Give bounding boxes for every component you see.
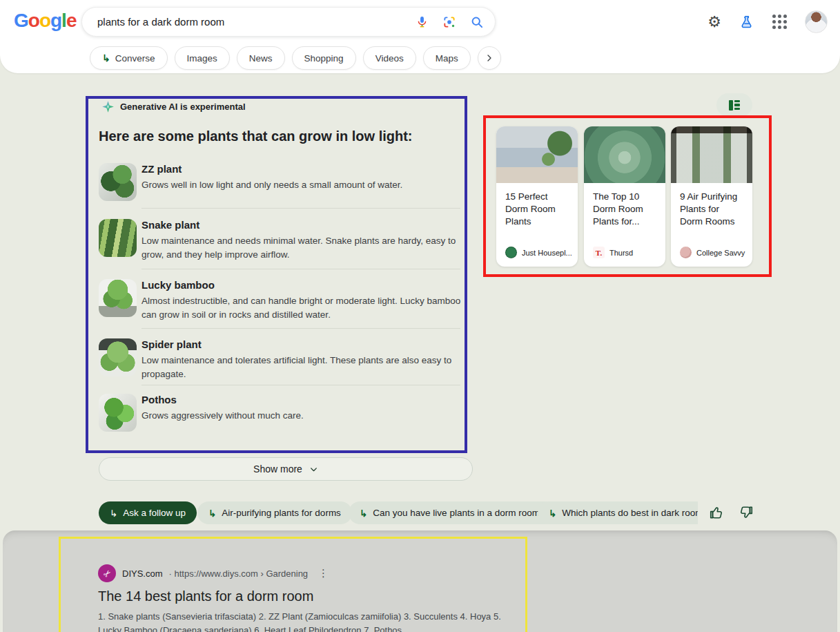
header-actions: ⚙	[707, 10, 828, 33]
plant-description: Grows well in low light and only needs a…	[141, 178, 465, 192]
list-item: ZZ plant Grows well in low light and onl…	[99, 163, 463, 192]
tab-converse[interactable]: ↳ Converse	[90, 46, 168, 70]
plant-name: Snake plant	[141, 219, 463, 231]
source-card[interactable]: The Top 10 Dorm Room Plants for... T. Th…	[584, 126, 665, 267]
google-apps-icon[interactable]	[772, 15, 787, 29]
plant-thumbnail-lucky-bamboo[interactable]	[99, 279, 137, 317]
suggested-followup-chip[interactable]: ↳ Which plants do best in dark rooms	[538, 501, 698, 524]
thumbs-down-button[interactable]	[739, 505, 754, 520]
search-icon[interactable]	[470, 15, 484, 29]
result-site-row[interactable]: ✂ DIYS.com · https://www.diys.com › Gard…	[98, 564, 526, 582]
scissors-icon: ✂	[101, 567, 113, 580]
card-image-dorm-room	[496, 126, 578, 183]
suggested-followup-chip[interactable]: ↳ Can you have live plants in a dorm roo…	[349, 501, 556, 524]
result-url: · https://www.diys.com › Gardening	[169, 568, 309, 579]
search-result: ✂ DIYS.com · https://www.diys.com › Gard…	[98, 564, 526, 632]
ai-experimental-label: Generative AI is experimental	[120, 102, 246, 112]
ask-follow-up-button[interactable]: ↳ Ask a follow up	[99, 501, 197, 524]
result-site-name: DIYS.com	[122, 568, 163, 579]
generative-ai-sparkle-icon	[101, 100, 115, 113]
card-source: Just Housepl...	[505, 247, 572, 258]
plant-description: Almost indestructible, and can handle br…	[141, 294, 465, 323]
diys-favicon: ✂	[98, 564, 116, 582]
plant-description: Low maintenance and tolerates artificial…	[141, 354, 465, 382]
source-name: Thursd	[609, 249, 633, 257]
tab-label: Maps	[436, 53, 458, 64]
search-bar[interactable]: plants for a dark dorm room	[81, 7, 496, 37]
source-favicon	[680, 247, 692, 258]
list-view-toggle-button[interactable]	[716, 93, 752, 117]
settings-gear-icon[interactable]: ⚙	[707, 15, 721, 30]
source-card[interactable]: 15 Perfect Dorm Room Plants Just Housepl…	[496, 126, 578, 267]
plant-thumbnail-snake-plant[interactable]	[99, 219, 137, 257]
logo-letter: e	[66, 10, 77, 31]
profile-avatar[interactable]	[805, 10, 828, 33]
followup-arrow-icon: ↳	[549, 508, 556, 519]
followup-arrow-icon: ↳	[208, 508, 216, 519]
card-image-succulent	[584, 126, 665, 183]
google-sge-results-page: Google plants for a dark dorm room	[0, 0, 840, 632]
list-item: Snake plant Low maintenance and needs mi…	[99, 219, 463, 262]
source-favicon	[505, 247, 517, 258]
card-title: The Top 10 Dorm Room Plants for...	[584, 183, 665, 227]
search-bar-icons	[416, 15, 484, 29]
tab-news[interactable]: News	[237, 46, 285, 70]
card-source: College Savvy	[680, 247, 745, 258]
more-options-icon[interactable]: ⋮	[318, 567, 329, 580]
logo-letter: o	[28, 10, 39, 31]
tab-label: Shopping	[304, 53, 344, 64]
list-item: Lucky bamboo Almost indestructible, and …	[99, 279, 463, 323]
search-input[interactable]: plants for a dark dorm room	[97, 16, 416, 28]
plant-thumbnail-zz-plant[interactable]	[99, 163, 137, 201]
tab-label: Converse	[115, 53, 155, 64]
source-name: Just Housepl...	[522, 249, 572, 257]
list-view-icon	[729, 100, 740, 111]
source-name: College Savvy	[696, 249, 745, 257]
suggested-followup-chip[interactable]: ↳ Air-purifying plants for dorms	[197, 501, 352, 524]
divider	[141, 385, 460, 385]
tab-videos[interactable]: Videos	[363, 46, 416, 70]
chip-label: Which plants do best in dark rooms	[562, 508, 698, 518]
plant-thumbnail-pothos[interactable]	[99, 394, 137, 432]
chevron-down-icon	[309, 465, 318, 474]
tab-shopping[interactable]: Shopping	[292, 46, 356, 70]
google-lens-icon[interactable]	[442, 15, 456, 29]
source-card[interactable]: 9 Air Purifying Plants for Dorm Rooms Co…	[671, 126, 752, 267]
more-tabs-button[interactable]	[478, 46, 501, 70]
search-tabs: ↳ Converse Images News Shopping Videos M…	[90, 46, 501, 70]
plant-description: Low maintenance and needs minimal water.…	[141, 234, 465, 262]
divider	[141, 269, 460, 269]
plant-name: Pothos	[141, 394, 463, 405]
show-more-label: Show more	[253, 463, 302, 475]
show-more-button[interactable]: Show more	[99, 457, 473, 481]
tab-label: Videos	[375, 53, 404, 64]
card-title: 9 Air Purifying Plants for Dorm Rooms	[671, 183, 752, 227]
logo-letter: l	[61, 10, 66, 31]
source-favicon: T.	[593, 247, 605, 258]
tab-images[interactable]: Images	[175, 46, 230, 70]
google-logo[interactable]: Google	[14, 10, 76, 32]
divider	[141, 208, 460, 209]
result-snippet: 1. Snake plants (Sansevieria trifasciata…	[98, 610, 504, 632]
plant-name: Lucky bamboo	[141, 279, 463, 291]
thumbs-up-button[interactable]	[709, 505, 724, 520]
followup-arrow-icon: ↳	[110, 508, 117, 519]
card-title: 15 Perfect Dorm Room Plants	[496, 183, 578, 227]
labs-flask-icon[interactable]	[739, 15, 754, 30]
card-source: T. Thursd	[593, 247, 633, 258]
logo-letter: g	[50, 10, 61, 31]
chip-label: Air-purifying plants for dorms	[222, 508, 341, 518]
list-item: Spider plant Low maintenance and tolerat…	[99, 338, 463, 382]
chip-label: Ask a follow up	[123, 508, 186, 518]
microphone-icon[interactable]	[416, 15, 429, 28]
tab-label: News	[249, 53, 273, 64]
tab-maps[interactable]: Maps	[423, 46, 471, 70]
header: Google plants for a dark dorm room	[0, 0, 840, 73]
followup-arrow-icon: ↳	[102, 52, 110, 64]
chevron-right-icon	[485, 54, 494, 62]
card-image-window-plants	[671, 126, 752, 183]
tab-label: Images	[187, 53, 217, 64]
plant-thumbnail-spider-plant[interactable]	[99, 338, 137, 376]
followup-arrow-icon: ↳	[360, 508, 367, 519]
result-title-link[interactable]: The 14 best plants for a dorm room	[98, 588, 526, 604]
